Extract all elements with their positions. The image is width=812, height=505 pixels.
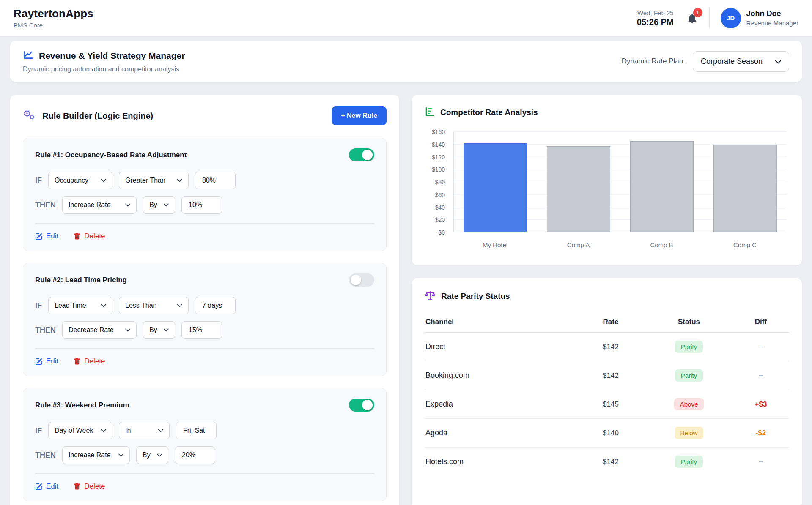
rule-3-then-value-input[interactable]: 20% — [175, 446, 215, 464]
toggle-knob — [351, 275, 361, 285]
chevron-down-icon — [118, 453, 123, 457]
page-title: Revenue & Yield Strategy Manager — [39, 51, 185, 61]
rate-parity-table: Channel Rate Status Diff Direct$142Parit… — [425, 312, 789, 476]
parity-row-agoda: Agoda$140Below-$2 — [425, 419, 789, 448]
current-time: 05:26 PM — [637, 17, 674, 27]
rule-3-delete-button[interactable]: Delete — [74, 482, 105, 491]
rule-2-edit-button[interactable]: Edit — [35, 357, 58, 366]
rule-3-if-value-input[interactable]: Fri, Sat — [176, 422, 217, 439]
rule-2-toggle[interactable] — [349, 273, 374, 287]
rate-plan-select[interactable]: Corporate Season — [693, 51, 789, 72]
gears-icon: ⚙⚙ — [23, 110, 37, 122]
current-date: Wed, Feb 25 — [637, 9, 674, 16]
rule-2-if-operator-select[interactable]: Less Than — [119, 297, 189, 314]
rule-1-if-value-input[interactable]: 80% — [195, 172, 236, 189]
rule-3-if-operator-select[interactable]: In — [119, 422, 170, 439]
rule-2-title: Rule #2: Lead Time Pricing — [35, 276, 127, 284]
select-value: By — [149, 326, 157, 334]
rule-2-delete-button[interactable]: Delete — [74, 357, 105, 366]
rule-divider — [35, 473, 374, 474]
status-badge: Above — [674, 398, 704, 410]
status-badge: Parity — [675, 341, 703, 353]
channel-name: Hotels.com — [425, 457, 577, 466]
rule-1-then-action-select[interactable]: Increase Rate — [62, 196, 137, 214]
channel-status: Parity — [645, 341, 733, 353]
chevron-down-icon — [177, 304, 182, 307]
chevron-down-icon — [177, 179, 182, 182]
rule-1-if-operator-select[interactable]: Greater Than — [119, 172, 189, 189]
balance-scale-icon — [425, 290, 436, 303]
chart-x-labels: My HotelComp AComp BComp C — [453, 241, 787, 248]
parity-row-expedia: Expedia$145Above+$3 — [425, 390, 789, 419]
parity-table-body: Direct$142Parity–Booking.com$142Parity–E… — [425, 333, 789, 476]
new-rule-button[interactable]: + New Rule — [332, 106, 387, 125]
rule-3-edit-button[interactable]: Edit — [35, 482, 58, 491]
toggle-knob — [362, 400, 373, 410]
trash-icon — [74, 233, 80, 240]
rule-2-if-value-input[interactable]: 7 days — [195, 297, 236, 314]
edit-label: Edit — [46, 232, 58, 240]
rule-2-then-action-select[interactable]: Decrease Rate — [62, 321, 137, 339]
rule-3-if-field-select[interactable]: Day of Week — [48, 422, 112, 439]
notifications-button[interactable]: 1 — [686, 12, 698, 24]
channel-name: Agoda — [425, 429, 577, 437]
rule-2-if-field-select[interactable]: Lead Time — [48, 297, 112, 314]
rate-diff: -$2 — [733, 429, 788, 437]
bar-comp-c — [713, 145, 777, 232]
rule-2-then-mode-select[interactable]: By — [143, 321, 175, 339]
rule-1-delete-button[interactable]: Delete — [74, 232, 105, 240]
bar-chart-icon — [425, 106, 435, 118]
rule-1-if-field-select[interactable]: Occupancy — [48, 172, 112, 189]
rule-3-toggle[interactable] — [349, 399, 374, 412]
rule-3-then-mode-select[interactable]: By — [136, 446, 168, 464]
rule-1-edit-button[interactable]: Edit — [35, 232, 58, 240]
parity-row-hotels-com: Hotels.com$142Parity– — [425, 448, 789, 476]
bar-column — [703, 132, 787, 232]
competitor-bar-chart: $0$20$40$60$80$100$120$140$160 My HotelC… — [425, 129, 789, 254]
channel-rate: $140 — [577, 429, 645, 437]
trash-icon — [74, 483, 80, 490]
select-value: Decrease Rate — [69, 326, 114, 334]
competitor-chart-title: Competitor Rate Analysis — [440, 108, 538, 117]
app-name: RaytertonApps — [14, 7, 93, 20]
page-subtitle: Dynamic pricing automation and competito… — [23, 66, 185, 73]
rule-divider — [35, 348, 374, 349]
y-tick-label: $0 — [438, 229, 445, 236]
status-badge: Below — [675, 427, 704, 439]
chevron-down-icon — [164, 203, 169, 207]
chevron-down-icon — [125, 328, 130, 332]
rate-diff: – — [733, 371, 788, 380]
select-value: In — [125, 427, 131, 434]
rate-plan-label: Dynamic Rate Plan: — [622, 57, 685, 66]
rate-parity-title: Rate Parity Status — [441, 292, 510, 301]
if-label: IF — [35, 176, 42, 185]
user-menu[interactable]: JD John Doe Revenue Manager — [721, 8, 798, 28]
trend-chart-icon — [23, 49, 34, 62]
rule-3-then-action-select[interactable]: Increase Rate — [62, 446, 130, 464]
chevron-down-icon — [101, 429, 106, 432]
channel-name: Direct — [425, 342, 577, 351]
datetime: Wed, Feb 25 05:26 PM — [637, 9, 674, 27]
top-header: RaytertonApps PMS Core Wed, Feb 25 05:26… — [0, 0, 812, 36]
user-role: Revenue Manager — [746, 19, 798, 27]
y-tick-label: $100 — [432, 166, 445, 173]
rule-2-then-value-input[interactable]: 15% — [181, 321, 222, 339]
rule-divider — [35, 223, 374, 224]
column-header-diff: Diff — [733, 318, 788, 326]
select-value: By — [143, 451, 151, 459]
y-tick-label: $80 — [435, 179, 445, 186]
rule-2-card: Rule #2: Lead Time Pricing IF Lead Time … — [23, 263, 387, 376]
x-tick-label: My Hotel — [453, 241, 537, 248]
edit-icon — [35, 483, 42, 490]
chevron-down-icon — [158, 429, 163, 432]
y-tick-label: $60 — [435, 191, 445, 198]
page-title-card: Revenue & Yield Strategy Manager Dynamic… — [10, 41, 802, 82]
delete-label: Delete — [84, 357, 105, 366]
rule-1-card: Rule #1: Occupancy-Based Rate Adjustment… — [23, 138, 387, 251]
bar-column — [537, 132, 620, 232]
edit-label: Edit — [46, 357, 58, 366]
rule-1-then-value-input[interactable]: 10% — [181, 196, 222, 214]
rule-1-then-mode-select[interactable]: By — [143, 196, 175, 214]
toggle-knob — [362, 150, 373, 160]
rule-1-toggle[interactable] — [349, 148, 374, 161]
